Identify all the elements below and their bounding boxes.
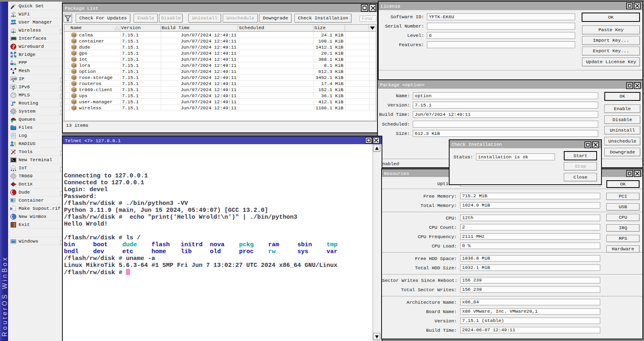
svg-text:v6: v6 (11, 85, 15, 88)
svg-text:255: 255 (11, 77, 17, 81)
